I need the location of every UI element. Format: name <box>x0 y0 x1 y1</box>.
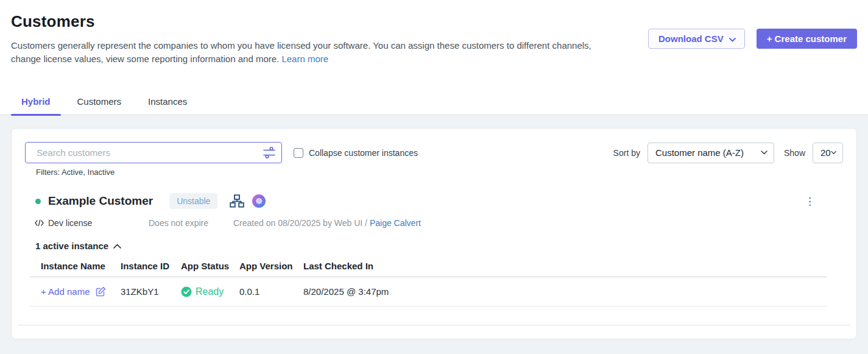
chevron-down-icon <box>831 150 836 155</box>
download-csv-button[interactable]: Download CSV <box>648 29 745 49</box>
download-csv-label: Download CSV <box>658 34 724 44</box>
sort-by-select[interactable]: Customer name (A-Z) <box>647 143 774 163</box>
code-icon <box>35 219 44 227</box>
col-header-app-status: App Status <box>181 261 239 271</box>
filter-sliders-icon[interactable] <box>263 147 275 161</box>
tab-instances[interactable]: Instances <box>138 96 197 115</box>
search-input[interactable] <box>25 142 282 163</box>
license-type: Dev license <box>48 218 92 228</box>
customers-card: Collapse customer instances Sort by Cust… <box>11 128 857 339</box>
create-customer-button[interactable]: + Create customer <box>757 29 857 49</box>
card-bottom-divider <box>18 325 850 325</box>
show-select[interactable]: 20 <box>813 143 843 163</box>
kebab-menu-icon[interactable]: ⋮ <box>805 196 815 207</box>
chevron-up-icon <box>113 244 121 249</box>
app-status-text: Ready <box>196 286 224 297</box>
channel-badge: Unstable <box>169 193 217 209</box>
col-header-last-checked-in: Last Checked In <box>303 261 827 271</box>
customer-header: Example Customer Unstable ☸ ⋮ <box>12 193 856 209</box>
add-name-link[interactable]: + Add name <box>41 286 90 297</box>
kubernetes-wheel-glyph: ☸ <box>255 197 263 205</box>
customer-active-dot-icon <box>35 199 41 204</box>
last-checked-in-cell: 8/20/2025 @ 3:47pm <box>303 286 827 297</box>
collapse-instances-group[interactable]: Collapse customer instances <box>294 148 418 158</box>
show-label: Show <box>784 148 805 158</box>
instances-toggle[interactable]: 1 active instance <box>35 241 856 251</box>
tab-bar: Hybrid Customers Instances <box>0 96 868 115</box>
learn-more-link[interactable]: Learn more <box>281 54 328 64</box>
page-header: Customers Customers generally represent … <box>0 0 868 66</box>
table-row: + Add name 31ZKbY1 <box>30 277 827 306</box>
license-type-group: Dev license <box>35 218 149 228</box>
instances-table: Instance Name Instance ID App Status App… <box>30 261 827 306</box>
page-description: Customers generally represent the compan… <box>11 39 595 66</box>
sitemap-icon <box>230 194 244 208</box>
created-by-link[interactable]: Paige Calvert <box>370 218 421 228</box>
edit-icon[interactable] <box>96 286 106 297</box>
kubernetes-icon: ☸ <box>252 194 266 208</box>
col-header-app-version: App Version <box>239 261 303 271</box>
col-header-instance-name: Instance Name <box>30 261 121 271</box>
app-version-cell: 0.0.1 <box>239 286 303 297</box>
table-header-row: Instance Name Instance ID App Status App… <box>30 261 827 277</box>
license-created: Created on 08/20/2025 by Web UI / Paige … <box>233 218 421 228</box>
header-actions: Download CSV + Create customer <box>648 29 857 49</box>
chevron-down-icon <box>729 34 736 44</box>
card-toolbar: Collapse customer instances Sort by Cust… <box>12 129 856 163</box>
sort-by-label: Sort by <box>613 148 640 158</box>
app-status-cell: Ready <box>181 286 239 297</box>
chevron-down-icon <box>761 150 767 155</box>
instance-id-cell: 31ZKbY1 <box>121 286 181 297</box>
content-section: Collapse customer instances Sort by Cust… <box>0 115 868 354</box>
created-text: Created on 08/20/2025 by Web UI / <box>233 218 367 228</box>
instance-name-cell: + Add name <box>30 286 121 297</box>
tab-customers[interactable]: Customers <box>67 96 132 115</box>
sort-by-value: Customer name (A-Z) <box>655 147 744 158</box>
collapse-instances-checkbox[interactable] <box>294 148 303 158</box>
col-header-instance-id: Instance ID <box>121 261 181 271</box>
toolbar-right: Sort by Customer name (A-Z) Show 20 <box>613 143 843 163</box>
license-row: Dev license Does not expire Created on 0… <box>12 218 856 228</box>
instances-summary: 1 active instance <box>35 241 108 251</box>
collapse-instances-label: Collapse customer instances <box>309 148 418 158</box>
tab-hybrid[interactable]: Hybrid <box>11 96 61 115</box>
customer-name: Example Customer <box>48 194 153 208</box>
show-value: 20 <box>820 147 831 158</box>
license-expiry: Does not expire <box>149 218 233 228</box>
search-wrap <box>25 142 282 163</box>
active-filters-text: Filters: Active, Inactive <box>36 168 856 177</box>
ready-check-icon <box>181 286 192 297</box>
